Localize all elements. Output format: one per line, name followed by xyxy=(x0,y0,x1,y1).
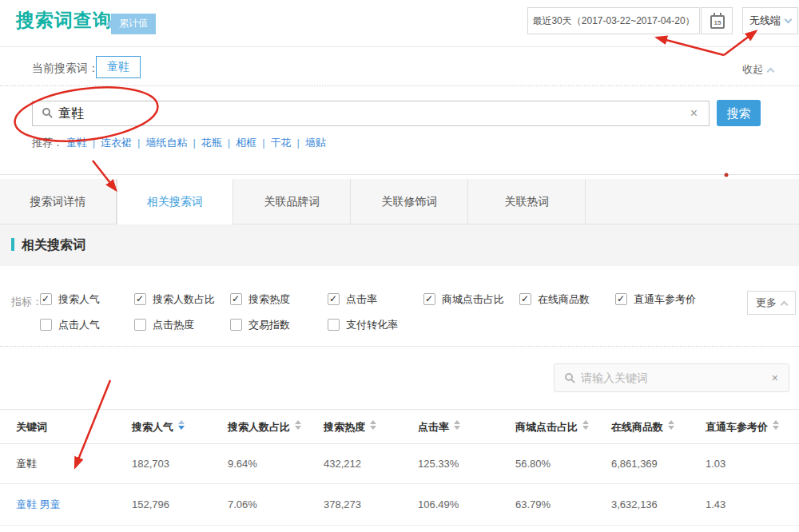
collapse-label: 收起 xyxy=(742,63,763,75)
clear-filter-icon[interactable]: × xyxy=(772,364,778,391)
separator: | xyxy=(228,137,230,149)
checkbox-checked-icon[interactable] xyxy=(328,293,340,305)
metric-checkbox-online-products[interactable]: 在线商品数 xyxy=(519,292,590,307)
separator: | xyxy=(93,137,95,149)
chevron-down-icon xyxy=(785,16,793,24)
keyword-filter-box: × xyxy=(554,363,789,392)
metric-checkbox-search-heat[interactable]: 搜索热度 xyxy=(230,292,290,307)
terminal-dropdown[interactable]: 无线端 xyxy=(742,7,798,34)
value-cell: 106.49% xyxy=(418,484,459,526)
column-header-keyword: 关键词 xyxy=(16,410,47,444)
date-range-selector[interactable]: 最近30天（2017-03-22~2017-04-20） xyxy=(527,7,700,34)
section-title-bar xyxy=(11,238,14,251)
separator: | xyxy=(137,137,140,149)
panel-divider xyxy=(0,174,799,175)
value-cell: 9.64% xyxy=(228,444,257,484)
recommend-link[interactable]: 相框 xyxy=(236,137,256,149)
checkbox-icon[interactable] xyxy=(40,319,52,331)
main-search-box: × xyxy=(32,101,710,126)
sort-icon[interactable] xyxy=(370,420,376,430)
metric-checkbox-click-popularity[interactable]: 点击人气 xyxy=(40,318,100,332)
search-icon xyxy=(565,373,573,381)
value-cell: 1.03 xyxy=(706,444,725,484)
sort-icon[interactable] xyxy=(178,420,185,430)
table-row: 童鞋 182,703 9.64% 432,212 125.33% 56.80% … xyxy=(0,444,799,484)
tab-related-search-terms[interactable]: 相关搜索词 xyxy=(117,179,233,224)
section-band xyxy=(0,224,799,266)
checkbox-icon[interactable] xyxy=(328,319,340,331)
chevron-up-icon xyxy=(767,68,775,76)
value-cell: 1.43 xyxy=(706,484,725,526)
sort-icon[interactable] xyxy=(773,420,779,430)
metrics-label: 指标： xyxy=(11,295,42,309)
table-row: 童鞋 男童 152,796 7.06% 378,273 106.49% 63.7… xyxy=(0,484,799,526)
checkbox-checked-icon[interactable] xyxy=(615,293,627,305)
tab-related-hot-terms[interactable]: 关联热词 xyxy=(469,179,586,224)
column-header-search-popularity: 搜索人气 xyxy=(132,410,185,444)
metric-checkbox-searcher-share[interactable]: 搜索人数占比 xyxy=(134,292,215,307)
sort-icon[interactable] xyxy=(582,420,589,430)
keyword-filter-input[interactable] xyxy=(581,364,765,391)
recommend-label: 推荐： xyxy=(32,137,63,149)
value-cell: 152,796 xyxy=(132,484,169,526)
tab-related-modifier-terms[interactable]: 关联修饰词 xyxy=(352,179,468,224)
value-cell: 378,273 xyxy=(324,484,361,526)
recommend-link[interactable]: 墙纸自粘 xyxy=(145,137,187,149)
collapse-toggle[interactable]: 收起 xyxy=(742,62,773,77)
metric-checkbox-ztc-reference-price[interactable]: 直通车参考价 xyxy=(615,292,696,307)
checkbox-checked-icon[interactable] xyxy=(423,293,435,305)
recommend-link[interactable]: 干花 xyxy=(271,137,292,149)
calendar-button[interactable]: 15 xyxy=(701,7,733,34)
sort-icon[interactable] xyxy=(295,420,301,430)
tab-search-term-detail[interactable]: 搜索词详情 xyxy=(0,179,117,224)
header-divider xyxy=(0,46,799,47)
recommend-row: 推荐： 童鞋|连衣裙|墙纸自粘|花瓶|相框|干花|墙贴 xyxy=(32,136,326,150)
current-term-label: 当前搜索词： xyxy=(32,62,99,76)
keyword-link-cell[interactable]: 童鞋 男童 xyxy=(16,484,61,526)
metric-checkbox-search-popularity[interactable]: 搜索人气 xyxy=(40,292,100,307)
sort-icon[interactable] xyxy=(668,420,674,430)
more-button[interactable]: 更多 xyxy=(747,291,796,315)
column-header-searcher-share: 搜索人数占比 xyxy=(228,410,301,444)
search-term-query-page: 搜索词查询 累计值 最近30天（2017-03-22~2017-04-20） 1… xyxy=(0,0,799,532)
checkbox-checked-icon[interactable] xyxy=(134,293,146,305)
recommend-link[interactable]: 花瓶 xyxy=(201,137,222,149)
column-header-online-products: 在线商品数 xyxy=(611,410,674,444)
value-cell: 432,212 xyxy=(324,444,361,484)
recommend-link[interactable]: 童鞋 xyxy=(66,137,87,149)
column-header-click-rate: 点击率 xyxy=(418,410,460,444)
column-header-ztc-reference-price: 直通车参考价 xyxy=(706,410,779,444)
page-title: 搜索词查询 xyxy=(16,8,112,33)
value-cell: 3,632,136 xyxy=(611,484,658,526)
tab-related-brand-terms[interactable]: 关联品牌词 xyxy=(234,179,351,224)
metric-checkbox-click-rate[interactable]: 点击率 xyxy=(328,292,377,307)
metric-checkbox-mall-click-share[interactable]: 商城点击占比 xyxy=(423,292,504,307)
metric-checkbox-transaction-index[interactable]: 交易指数 xyxy=(230,318,290,332)
chevron-up-icon xyxy=(781,301,789,309)
recommend-link[interactable]: 墙贴 xyxy=(305,137,326,149)
dotted-divider xyxy=(0,85,799,86)
metric-checkbox-payment-conversion[interactable]: 支付转化率 xyxy=(328,318,398,332)
search-input[interactable] xyxy=(58,101,674,125)
clear-search-icon[interactable]: × xyxy=(690,101,698,125)
table-header: 关键词 搜索人气 搜索人数占比 搜索热度 点击率 商城点击占比 在线商品数 直通… xyxy=(0,409,799,444)
checkbox-checked-icon[interactable] xyxy=(230,293,242,305)
checkbox-icon[interactable] xyxy=(230,319,242,331)
current-term-button[interactable]: 童鞋 xyxy=(96,56,141,78)
checkbox-icon[interactable] xyxy=(134,319,146,331)
value-cell: 125.33% xyxy=(418,444,459,484)
terminal-label: 无线端 xyxy=(749,14,781,26)
checkbox-checked-icon[interactable] xyxy=(519,293,531,305)
calendar-icon: 15 xyxy=(710,15,725,29)
sort-icon[interactable] xyxy=(454,420,460,430)
value-cell: 182,703 xyxy=(132,444,169,484)
value-cell: 63.79% xyxy=(515,484,551,526)
value-cell: 56.80% xyxy=(515,444,551,484)
search-button[interactable]: 搜索 xyxy=(717,100,761,126)
checkbox-checked-icon[interactable] xyxy=(40,293,52,305)
search-icon xyxy=(42,108,50,116)
recommend-link[interactable]: 连衣裙 xyxy=(101,137,132,149)
keyword-cell: 童鞋 xyxy=(16,444,37,484)
value-cell: 7.06% xyxy=(228,484,257,526)
metric-checkbox-click-heat[interactable]: 点击热度 xyxy=(134,318,194,332)
